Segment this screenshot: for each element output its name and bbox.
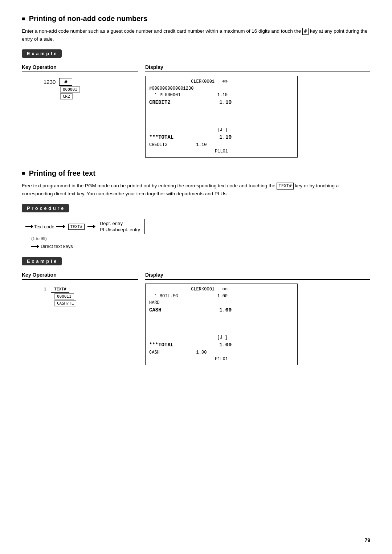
key-row-1c: CR2 <box>60 93 73 99</box>
ds2-line-9: CASH 1.00 <box>149 349 294 356</box>
ds-line-1-5 <box>149 113 294 120</box>
ds-line-1-7: [J ] <box>149 127 294 134</box>
ds-line-1-1: #0000000000001230 <box>149 85 294 92</box>
texth-key-btn-2[interactable]: TEXT# <box>51 286 69 293</box>
page-number: 79 <box>364 537 370 543</box>
procedure-badge: P r o c e d u r e <box>22 204 69 212</box>
operation-row-1: Key Operation 1230 # 000001 CR2 Display <box>22 64 370 158</box>
ds2-line-3: CASH 1.ΘΘ <box>149 306 294 314</box>
proc-text-code-label: Text code <box>34 224 54 229</box>
cr2-key-btn[interactable]: CR2 <box>60 93 73 99</box>
ds2-line-5 <box>149 321 294 328</box>
ds-line-1-10: P1L01 <box>149 148 294 155</box>
key-sequence-1: 1230 # 000001 CR2 <box>22 76 138 99</box>
ds2-line-0: CLERK0001 ⊙⊙ <box>149 286 294 293</box>
display-header-2: Display <box>145 272 370 280</box>
procedure-diagram: Text code TEXT# Dept. entry PLU/subdept.… <box>25 219 370 249</box>
proc-dept-entry: Dept. entry <box>100 221 140 226</box>
key-operation-col-1: Key Operation 1230 # 000001 CR2 <box>22 64 145 158</box>
display-screen-2: CLERK0001 ⊙⊙ 1 BOIL.EG 1.00 HARD CASH 1.… <box>145 284 298 365</box>
section1-body: Enter a non-add code number such as a gu… <box>22 27 370 43</box>
cashtl-key-btn[interactable]: CASH/TL <box>54 300 76 306</box>
ds-line-1-0: CLERK0001 ⊙⊙ <box>149 78 294 85</box>
ds-line-1-6 <box>149 120 294 127</box>
operation-row-2: Key Operation 1 TEXT# 000011 CASH/TL Dis… <box>22 272 370 365</box>
ds2-line-2: HARD <box>149 300 294 306</box>
proc-direct-text-keys: Direct text keys <box>41 244 73 249</box>
hash-key-inline: # <box>302 28 309 35</box>
ds2-line-1: 1 BOIL.EG 1.00 <box>149 293 294 300</box>
display-col-1: Display CLERK0001 ⊙⊙ #0000000000001230 1… <box>145 64 370 158</box>
display-col-2: Display CLERK0001 ⊙⊙ 1 BOIL.EG 1.00 HARD… <box>145 272 370 365</box>
key-row-1a: 1230 # <box>44 78 72 86</box>
ds-line-1-2: 1 PL000001 1.10 <box>149 92 294 99</box>
texth-key-proc[interactable]: TEXT# <box>68 224 85 230</box>
key-operation-col-2: Key Operation 1 TEXT# 000011 CASH/TL <box>22 272 145 365</box>
ds-line-1-3: CREDIT2 1.1Θ <box>149 99 294 107</box>
texth-key-inline: TEXT# <box>277 183 293 190</box>
key-number-1230: 1230 <box>44 79 56 85</box>
000001-key-btn[interactable]: 000001 <box>60 86 80 93</box>
display-header-1: Display <box>145 64 370 72</box>
key-number-1: 1 <box>44 286 46 292</box>
example-badge-2: E x a m p l e <box>22 257 62 265</box>
display-screen-1: CLERK0001 ⊙⊙ #0000000000001230 1 PL00000… <box>145 76 298 158</box>
section1: Printing of non-add code numbers Enter a… <box>22 15 370 158</box>
section2: Printing of free text Free text programm… <box>22 169 370 365</box>
ds2-line-10: P1L01 <box>149 356 294 363</box>
section1-title: Printing of non-add code numbers <box>22 15 370 23</box>
section2-body: Free text programmed in the PGM mode can… <box>22 182 370 197</box>
key-row-1b: 000001 <box>60 86 80 93</box>
ds2-line-6 <box>149 328 294 335</box>
key-sequence-2: 1 TEXT# 000011 CASH/TL <box>22 284 138 306</box>
ds-line-1-4 <box>149 107 294 114</box>
example-badge-1: E x a m p l e <box>22 49 62 58</box>
hash-key-btn[interactable]: # <box>59 78 72 86</box>
proc-text-code-sub: (1 to 99) <box>31 236 47 241</box>
ds-line-1-8: ***TOTAL 1.1Θ <box>149 134 294 142</box>
key-op-header-1: Key Operation <box>22 64 138 72</box>
section2-title: Printing of free text <box>22 169 370 178</box>
key-op-header-2: Key Operation <box>22 272 138 280</box>
proc-plu-entry: PLU/subdept. entry <box>100 227 140 232</box>
ds-line-1-9: CREDIT2 1.10 <box>149 142 294 148</box>
ds2-line-8: ***TOTAL 1.ΘΘ <box>149 341 294 349</box>
ds2-line-4 <box>149 314 294 321</box>
key-row-2a: 1 TEXT# <box>44 286 69 293</box>
000011-key-btn[interactable]: 000011 <box>54 293 74 300</box>
key-row-2b: 000011 <box>54 293 74 300</box>
key-row-2c: CASH/TL <box>54 300 76 306</box>
ds2-line-7: [J ] <box>149 334 294 341</box>
